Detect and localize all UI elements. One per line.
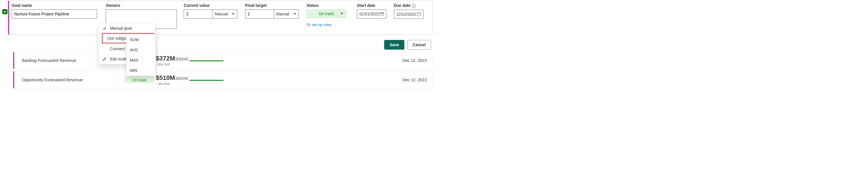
current-mode-select[interactable]: Manual <box>212 9 237 19</box>
status-value: On track <box>319 11 334 16</box>
due-date-input[interactable]: 12/12/2022 <box>394 10 424 19</box>
sparkline <box>189 80 223 81</box>
row-select-checkbox[interactable] <box>2 9 7 14</box>
subgoal-due: Dec 12, 2022 <box>402 58 427 63</box>
info-icon[interactable]: i <box>412 4 416 8</box>
subgoal-due: Dec 12, 2022 <box>402 78 427 82</box>
goal-name-input[interactable] <box>12 9 97 19</box>
chevron-down-icon <box>340 13 343 15</box>
check-icon <box>102 26 107 30</box>
current-mode-value: Manual <box>215 12 228 16</box>
final-mode-value: Manual <box>276 12 289 16</box>
pencil-icon <box>102 57 107 61</box>
chevron-down-icon <box>293 13 296 15</box>
status-rules-hint: Or set up rules <box>306 23 350 27</box>
final-mode-select[interactable]: Manual <box>274 9 299 19</box>
status-select[interactable]: On track <box>306 9 346 18</box>
fn-sum[interactable]: SUM <box>126 34 155 45</box>
start-date-label: Start date <box>357 3 387 8</box>
start-date-value: 01/01/2022 <box>360 12 379 16</box>
fn-max[interactable]: MAX <box>126 55 155 65</box>
accent-bar <box>8 1 9 35</box>
calendar-icon <box>380 12 384 16</box>
goal-editor-card: Goal name Owners Current value Manual Fi… <box>8 1 433 35</box>
due-date-label: Due date i <box>394 3 429 8</box>
current-value-label: Current value <box>184 3 238 8</box>
subgoal-name: Opportunity Forecasted Revenue <box>22 78 102 82</box>
accent-bar <box>13 71 14 88</box>
subgoal-row[interactable]: Backlog Forecasted Revenue 1 $372M/$300M… <box>13 52 433 69</box>
fn-avg[interactable]: AVG <box>126 45 155 55</box>
cancel-button[interactable]: Cancel <box>407 40 431 50</box>
due-date-value: 12/12/2022 <box>396 12 416 17</box>
subgoal-function-menu: SUM AVG MAX MIN <box>126 34 156 76</box>
fn-min[interactable]: MIN <box>126 65 155 76</box>
final-target-input[interactable] <box>245 9 274 19</box>
set-up-rules-link[interactable]: set up rules <box>312 23 332 27</box>
start-date-input[interactable]: 01/01/2022 <box>357 9 386 19</box>
subgoal-row[interactable]: Opportunity Forecasted Revenue On track … <box>13 71 433 88</box>
status-label: Status <box>306 3 350 8</box>
accent-bar <box>13 52 14 69</box>
current-value-input[interactable] <box>184 9 212 19</box>
status-badge: On track <box>124 76 155 83</box>
owners-label: Owners <box>106 3 177 8</box>
final-target-label: Final target <box>245 3 300 8</box>
chevron-down-icon <box>232 13 235 15</box>
sparkline <box>189 60 223 61</box>
subgoal-name: Backlog Forecasted Revenue <box>22 58 102 63</box>
calendar-icon <box>417 12 421 16</box>
save-button[interactable]: Save <box>384 40 404 50</box>
menu-manual-goal[interactable]: Manual goal <box>98 23 155 33</box>
goal-name-label: Goal name <box>12 3 99 8</box>
